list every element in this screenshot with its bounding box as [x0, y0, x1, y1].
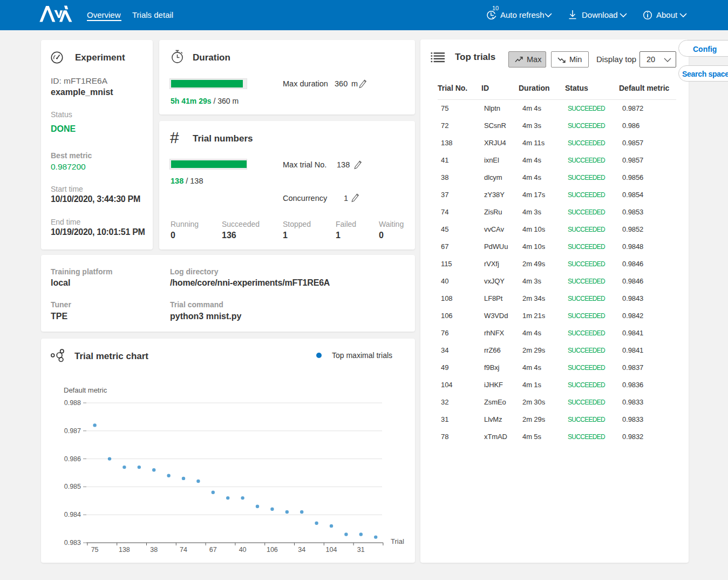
svg-text:0.988: 0.988 [64, 399, 81, 407]
svg-text:31: 31 [357, 546, 365, 554]
svg-text:Auto refresh: Auto refresh [500, 10, 545, 19]
svg-text:104: 104 [326, 546, 337, 554]
svg-text:Top maximal trials: Top maximal trials [332, 351, 392, 360]
svg-text:Download: Download [582, 10, 618, 19]
svg-text:40: 40 [239, 546, 247, 554]
svg-text:10: 10 [492, 5, 499, 11]
svg-text:0.983: 0.983 [64, 539, 81, 547]
svg-text:0.986: 0.986 [64, 455, 81, 463]
svg-text:38: 38 [150, 546, 158, 554]
svg-text:0.987: 0.987 [64, 427, 81, 435]
svg-text:Trial: Trial [391, 537, 404, 545]
svg-text:Default metric: Default metric [64, 386, 107, 394]
svg-text:Trials detail: Trials detail [132, 10, 173, 19]
svg-text:74: 74 [180, 546, 187, 554]
svg-text:Overview: Overview [87, 10, 121, 19]
svg-text:75: 75 [91, 546, 99, 554]
svg-text:34: 34 [298, 546, 305, 554]
svg-text:67: 67 [209, 546, 217, 554]
svg-text:About: About [656, 10, 678, 19]
svg-text:0.985: 0.985 [64, 483, 81, 490]
svg-text:106: 106 [267, 546, 278, 554]
svg-text:138: 138 [119, 546, 130, 554]
svg-text:0.984: 0.984 [64, 511, 81, 518]
